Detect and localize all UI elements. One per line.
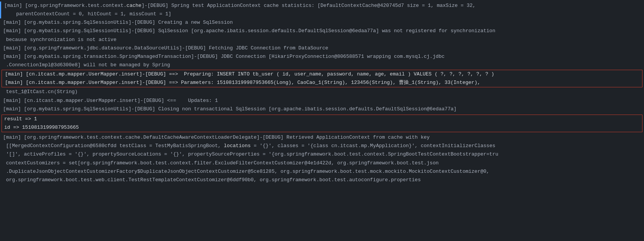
result-block: result => 1 id => 1510813199987953665 (2, 115, 642, 132)
log-line: .DuplicateJsonObjectContextCustomizerFac… (0, 167, 644, 176)
log-line: .ConnectionImpl@3d6300e8] will not be ma… (0, 61, 644, 69)
result-line-2: id => 1510813199987953665 (2, 123, 642, 132)
log-line: contextCustomizers = set[org.springframe… (0, 159, 644, 167)
console-container: [main] [org.springframework.test.context… (0, 0, 644, 241)
log-line: [main] [cn.itcast.mp.mapper.UserMapper.i… (0, 97, 644, 105)
log-line: org.springframework.boot.test.web.client… (0, 176, 644, 184)
log-line: [main] [org.mybatis.spring.transaction.S… (0, 52, 644, 61)
log-line: parentContextCount = 0, hitCount = 1, mi… (0, 10, 644, 18)
parameters-line: [main] [cn.itcast.mp.mapper.UserMapper.i… (2, 79, 642, 87)
log-line: test_1@ItCast.cn(String) (0, 88, 644, 96)
log-line: [[MergedContextConfiguration@6580cfdd te… (0, 142, 644, 150)
highlighted-sql-block: [main] [cn.itcast.mp.mapper.UserMapper.i… (2, 70, 642, 87)
log-line: '[]', activeProfiles = '{}', propertySou… (0, 150, 644, 159)
log-line: [main] [org.springframework.test.context… (0, 133, 644, 142)
log-line: [main] [org.mybatis.spring.SqlSessionUti… (0, 18, 644, 27)
log-line: because synchronization is not active (0, 36, 644, 44)
log-line: [main] [org.springframework.jdbc.datasou… (0, 44, 644, 52)
log-line: [main] [org.mybatis.spring.SqlSessionUti… (0, 27, 644, 35)
log-line: [main] [org.springframework.test.context… (0, 2, 644, 10)
result-line-1: result => 1 (2, 115, 642, 123)
log-line: [main] [org.mybatis.spring.SqlSessionUti… (0, 105, 644, 113)
preparing-line: [main] [cn.itcast.mp.mapper.UserMapper.i… (2, 70, 642, 79)
